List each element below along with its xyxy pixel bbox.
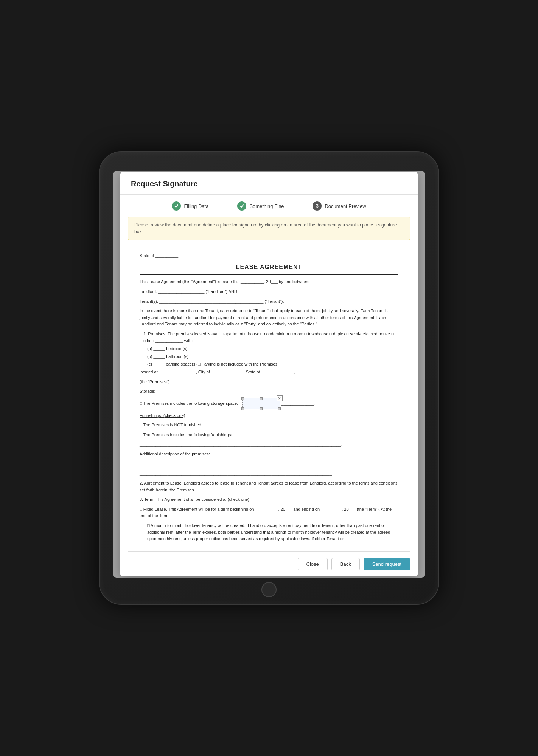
step-something-else: Something Else	[237, 201, 284, 211]
doc-item1b: (b) _____ bathroom(s)	[140, 353, 398, 360]
notice-text: Please, review the document and define a…	[134, 222, 397, 234]
notice-bar: Please, review the document and define a…	[128, 217, 410, 240]
sig-handle-tm[interactable]	[260, 397, 263, 400]
step-2-icon	[237, 201, 246, 211]
document-area[interactable]: State of __________ LEASE AGREEMENT This…	[128, 245, 410, 551]
doc-para-lease: 2. Agreement to Lease. Landlord agrees t…	[140, 480, 398, 493]
doc-fixed-lease: □ Fixed Lease. This Agreement will be fo…	[140, 506, 398, 519]
step-3-icon: 3	[313, 201, 322, 211]
doc-furnish1: □ The Premises is NOT furnished.	[140, 422, 398, 429]
doc-furnish2: □ The Premises includes the following fu…	[140, 432, 398, 438]
step-1-icon	[172, 201, 181, 211]
doc-month-to-month: □ A month-to-month holdover tenancy will…	[140, 522, 398, 542]
stepper: Filling Data Something Else	[120, 195, 418, 217]
doc-storage-label: Storage:	[140, 388, 398, 395]
signature-placement-box[interactable]: ✕	[242, 398, 280, 409]
tablet-device: Request Signature Filling Data	[99, 151, 439, 605]
sig-handle-br[interactable]	[278, 407, 281, 410]
step-connector-2	[287, 206, 309, 206]
modal-footer: Close Back Send request	[120, 552, 418, 576]
doc-add-desc-line2: ________________________________________…	[140, 470, 398, 477]
sig-handle-bl[interactable]	[241, 407, 244, 410]
doc-para1: This Lease Agreement (this "Agreement") …	[140, 279, 398, 285]
tablet-screen: Request Signature Filling Data	[113, 171, 425, 578]
close-button[interactable]: Close	[298, 558, 328, 570]
step-3-label: Document Preview	[325, 203, 366, 209]
back-button[interactable]: Back	[331, 558, 360, 570]
sig-handle-bm[interactable]	[260, 407, 263, 410]
doc-furnish-line: ________________________________________…	[140, 442, 398, 448]
sig-handle-tl[interactable]	[241, 397, 244, 400]
doc-add-desc-label: Additional description of the premises:	[140, 451, 398, 458]
doc-landlord: Landlord: ____________________ ("Landlor…	[140, 288, 398, 295]
doc-storage-underline: Storage:	[140, 389, 155, 393]
doc-premises: (the "Premises").	[140, 379, 398, 386]
request-signature-modal: Request Signature Filling Data	[120, 172, 418, 576]
step-document-preview: 3 Document Preview	[313, 201, 366, 211]
doc-divider	[140, 274, 398, 275]
doc-furnishings-label: Furnishings: (check one)	[140, 412, 398, 419]
step-3-number: 3	[316, 203, 319, 209]
home-button[interactable]	[261, 582, 277, 597]
doc-tenant: Tenant(s): _____________________________…	[140, 298, 398, 305]
doc-storage-line: □ The Premises includes the following st…	[140, 398, 398, 409]
doc-furnishings-underline: Furnishings: (check one)	[140, 413, 185, 418]
sig-close-button[interactable]: ✕	[277, 395, 283, 401]
doc-item1c: (c) _____ parking space(s) □ Parking is …	[140, 361, 398, 368]
modal-title: Request Signature	[131, 180, 198, 188]
doc-para-term: 3. Term. This Agreement shall be conside…	[140, 496, 398, 503]
doc-item1: 1. Premises. The premises leased is a/an…	[140, 331, 398, 344]
step-1-label: Filling Data	[184, 203, 208, 209]
doc-add-desc-line: ________________________________________…	[140, 461, 398, 468]
doc-state-line: State of __________	[140, 253, 398, 259]
step-filling-data: Filling Data	[172, 201, 208, 211]
doc-located: located at ________________, City of ___…	[140, 369, 398, 376]
step-connector-1	[211, 206, 234, 206]
doc-title: LEASE AGREEMENT	[140, 262, 398, 272]
doc-item1a: (a) _____ bedroom(s)	[140, 345, 398, 352]
modal-overlay: Request Signature Filling Data	[113, 171, 425, 578]
step-2-label: Something Else	[249, 203, 284, 209]
modal-header: Request Signature	[120, 172, 418, 195]
send-request-button[interactable]: Send request	[364, 558, 410, 570]
doc-item1-text: 1. Premises. The premises leased is a/an…	[143, 332, 393, 343]
doc-para2: In the event there is more than one Tena…	[140, 308, 398, 328]
